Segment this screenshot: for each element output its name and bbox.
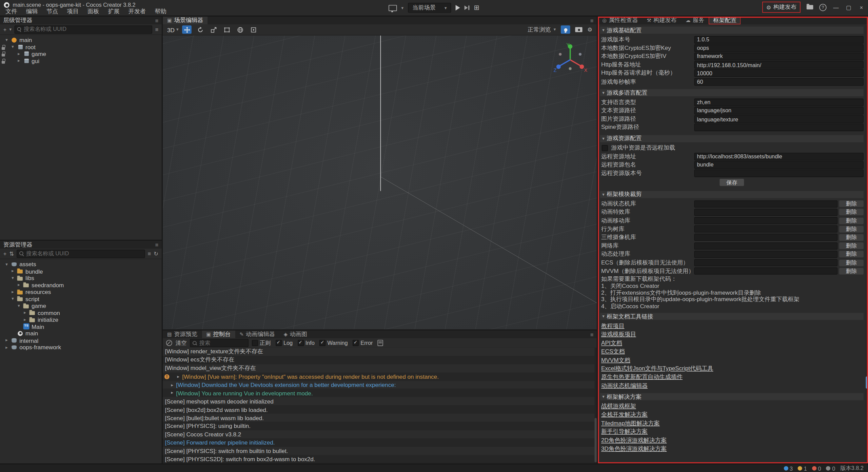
tree-chevron-icon[interactable]: ▸ — [4, 345, 9, 350]
tree-row[interactable]: ▸bundle — [0, 268, 162, 274]
tree-row[interactable]: ▾root — [0, 43, 162, 50]
refresh-icon[interactable]: ↻ — [154, 251, 158, 257]
panel-menu-icon[interactable]: ≡ — [155, 242, 158, 248]
minimize-button[interactable]: — — [833, 4, 840, 10]
tab-scene-editor[interactable]: ▣ 场景编辑器 — [163, 17, 208, 24]
regex-toggle[interactable]: 正则 — [252, 339, 271, 347]
move-tool-icon[interactable] — [182, 25, 192, 34]
tab-服务[interactable]: ☁服务 — [681, 17, 709, 24]
tree-row[interactable]: ▸internal — [0, 337, 162, 343]
status-counter-warning[interactable]: 1 — [798, 465, 807, 471]
tree-chevron-icon[interactable]: ▾ — [4, 262, 9, 267]
menu-item[interactable]: 面板 — [83, 7, 103, 15]
console-log-row[interactable]: [Window] ecs文件夹不存在 — [163, 356, 597, 364]
doc-link[interactable]: ECS文档 — [601, 348, 625, 356]
field-input[interactable] — [694, 107, 864, 115]
status-counter-notification[interactable]: 0 — [826, 465, 835, 471]
console-filter-log[interactable]: Log — [276, 340, 293, 346]
clear-console-label[interactable]: 清空 — [176, 339, 187, 347]
tree-chevron-icon[interactable]: ▾ — [4, 38, 9, 43]
tree-chevron-icon[interactable]: ▸ — [17, 282, 21, 288]
section-header[interactable]: ▾游戏资源配置 — [600, 135, 864, 142]
console-scrollbar[interactable] — [594, 348, 597, 463]
scrollbar-thumb[interactable] — [866, 376, 868, 389]
filter-icon[interactable]: ≡ — [148, 251, 151, 257]
play-button[interactable] — [456, 5, 460, 11]
lock-icon[interactable] — [2, 58, 5, 63]
tree-row[interactable]: ▸seedrandom — [0, 281, 162, 288]
module-delete-button[interactable]: 删除 — [839, 200, 864, 207]
section-header[interactable]: ▾游戏多语言配置 — [600, 89, 864, 96]
sort-assets-icon[interactable]: ⇅ — [9, 251, 14, 257]
menu-item[interactable]: 文件 — [1, 7, 21, 15]
help-icon[interactable]: ? — [819, 4, 826, 11]
tree-row[interactable]: ▾script — [0, 295, 162, 302]
field-input[interactable] — [694, 78, 864, 85]
world-space-toggle-icon[interactable] — [236, 25, 245, 34]
checkbox-icon[interactable] — [252, 340, 258, 346]
tab-控制台[interactable]: ▣控制台 — [202, 331, 235, 338]
tree-row[interactable]: ▸gui — [0, 57, 162, 64]
scrollbar-thumb[interactable] — [594, 418, 597, 463]
view-mode-dropdown[interactable]: 正常浏览 ▾ — [528, 26, 556, 34]
tab-构建发布[interactable]: ⚒构建发布 — [642, 17, 681, 24]
panel-menu-icon[interactable]: ≡ — [590, 17, 597, 24]
section-header[interactable]: ▾游戏基础配置 — [600, 26, 864, 34]
console-log-row[interactable]: [Scene] [box2d]:box2d wasm lib loaded. — [163, 405, 597, 413]
panel-menu-icon[interactable]: ≡ — [590, 331, 597, 338]
rotate-tool-icon[interactable] — [196, 25, 205, 34]
doc-link[interactable]: 原生包热更新配置自动生成插件 — [601, 373, 683, 381]
console-log-row[interactable]: [Scene] meshopt wasm decoder initialized — [163, 397, 597, 405]
console-log-row[interactable]: !▸[Window] [Vue warn]: Property "onInput… — [163, 372, 597, 380]
expand-chevron-icon[interactable]: ▸ — [171, 382, 173, 387]
clear-console-icon[interactable] — [166, 340, 172, 346]
console-log-row[interactable]: [Window] model_view文件夹不存在 — [163, 364, 597, 372]
console-log-row[interactable]: [Scene] Cocos Creator v3.8.2 — [163, 430, 597, 438]
menu-item[interactable]: 编辑 — [22, 7, 42, 15]
scale-tool-icon[interactable] — [209, 25, 218, 34]
tree-row[interactable]: ▾libs — [0, 275, 162, 281]
add-asset-button[interactable]: + — [3, 251, 7, 257]
tree-chevron-icon[interactable]: ▸ — [11, 269, 15, 274]
checkbox-icon[interactable] — [276, 340, 282, 346]
menu-item[interactable]: 帮助 — [150, 7, 171, 15]
tree-row[interactable]: ▸oops-framework — [0, 344, 162, 351]
doc-link[interactable]: MVVM文档 — [601, 356, 630, 364]
console-log-row[interactable]: ▸[Window] Download the Vue Devtools exte… — [163, 381, 597, 389]
close-button[interactable]: × — [858, 4, 865, 10]
console-log-row[interactable]: [Scene] Forward render pipeline initiali… — [163, 438, 597, 447]
module-delete-button[interactable]: 删除 — [839, 234, 864, 241]
axis-gizmo[interactable]: Y X Z — [552, 41, 588, 76]
doc-link[interactable]: 动画状态机编辑器 — [601, 382, 648, 390]
module-delete-button[interactable]: 删除 — [839, 251, 864, 258]
doc-link[interactable]: 教程项目 — [601, 322, 625, 330]
console-log-row[interactable]: ▸[Window] You are running Vue in develop… — [163, 389, 597, 397]
expand-chevron-icon[interactable]: ▸ — [171, 391, 173, 396]
assets-search-input[interactable]: 搜索名称或 UUID — [17, 250, 145, 258]
tab-动画编辑器[interactable]: ✎动画编辑器 — [235, 331, 279, 338]
menu-item[interactable]: 扩展 — [103, 7, 124, 15]
console-log-row[interactable]: [Window] render_texture文件夹不存在 — [163, 348, 597, 356]
tree-row[interactable]: main — [0, 330, 162, 337]
lock-icon[interactable] — [2, 52, 5, 57]
tree-row[interactable]: ▸resources — [0, 289, 162, 295]
console-search-input[interactable]: 搜索 — [190, 339, 249, 347]
mode-3d-button[interactable]: 3D ▾ — [167, 26, 178, 33]
field-input[interactable] — [694, 36, 864, 43]
lock-icon[interactable] — [2, 44, 5, 50]
checkbox-icon[interactable] — [353, 340, 359, 346]
checkbox-icon[interactable] — [298, 340, 304, 346]
checkbox-icon[interactable] — [602, 145, 608, 151]
scene-viewport[interactable]: Y X Z — [163, 35, 597, 329]
menu-item[interactable]: 节点 — [42, 7, 62, 15]
tree-chevron-icon[interactable]: ▾ — [11, 44, 15, 50]
doc-link[interactable]: 全栈开发解决方案 — [601, 411, 648, 419]
open-project-folder-icon[interactable] — [807, 5, 813, 9]
camera-settings-icon[interactable] — [575, 27, 582, 32]
expand-chevron-icon[interactable]: ▸ — [177, 374, 179, 379]
menu-item[interactable]: 项目 — [62, 7, 83, 15]
filter-icon[interactable]: ≡ — [155, 26, 158, 33]
console-filter-info[interactable]: Info — [298, 340, 315, 346]
module-delete-button[interactable]: 删除 — [839, 268, 864, 275]
pivot-toggle-icon[interactable] — [249, 25, 258, 34]
